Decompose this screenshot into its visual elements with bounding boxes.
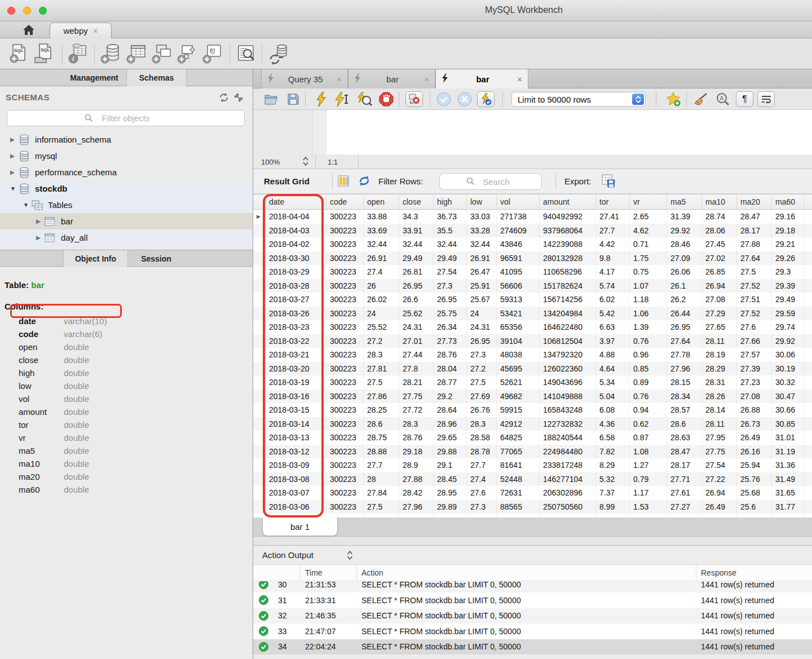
- grid-cell[interactable]: 106812504: [540, 334, 596, 348]
- grid-column-header-date[interactable]: date: [266, 194, 326, 209]
- create-table-button[interactable]: [124, 42, 148, 65]
- toggle-autocommit-button[interactable]: [477, 91, 495, 107]
- grid-cell[interactable]: 27.3: [467, 500, 497, 514]
- create-function-button[interactable]: f(): [200, 42, 224, 65]
- grid-cell[interactable]: 2018-04-03: [266, 224, 326, 238]
- row-marker-cell[interactable]: [253, 500, 266, 514]
- grid-cell[interactable]: 122732832: [540, 417, 596, 431]
- grid-cell[interactable]: 280132928: [540, 251, 596, 266]
- grid-cell[interactable]: 30.32: [772, 375, 805, 390]
- grid-cell[interactable]: 27.5: [467, 375, 497, 390]
- grid-cell[interactable]: 28.47: [667, 445, 702, 459]
- grid-cell[interactable]: 300223: [326, 251, 364, 266]
- grid-cell[interactable]: 27.08: [702, 293, 737, 307]
- grid-cell[interactable]: 27.7: [596, 224, 630, 238]
- grid-cell[interactable]: 27.45: [702, 237, 737, 251]
- time-column-header[interactable]: Time: [301, 565, 357, 581]
- grid-cell[interactable]: 29.26: [772, 251, 805, 266]
- grid-cell[interactable]: 72631: [497, 486, 540, 500]
- grid-cell[interactable]: 2018-03-21: [266, 348, 326, 362]
- grid-cell[interactable]: 27.22: [702, 472, 737, 486]
- grid-row[interactable]: 2018-03-2130022328.327.4428.7627.3480381…: [253, 348, 812, 362]
- close-icon[interactable]: ×: [424, 75, 429, 83]
- grid-cell[interactable]: 28.47: [737, 210, 772, 224]
- grid-cell[interactable]: 1.08: [630, 445, 667, 459]
- grid-row[interactable]: 2018-03-2730022326.0226.626.9525.6759313…: [253, 293, 812, 307]
- tree-item-bar[interactable]: ▶bar: [0, 213, 253, 229]
- grid-cell[interactable]: 28.74: [702, 210, 737, 224]
- grid-cell[interactable]: 2018-03-20: [266, 362, 326, 376]
- grid-cell[interactable]: 26.76: [467, 403, 497, 417]
- tab-management[interactable]: Management: [62, 69, 126, 86]
- grid-cell[interactable]: 32.44: [364, 237, 399, 251]
- grid-cell[interactable]: 300223: [326, 445, 364, 459]
- grid-cell[interactable]: 31.77: [772, 500, 805, 514]
- grid-cell[interactable]: 27.65: [702, 320, 737, 334]
- grid-cell[interactable]: 271738: [497, 210, 540, 224]
- grid-cell[interactable]: 5.42: [596, 307, 630, 321]
- grid-cell[interactable]: 31.19: [772, 445, 805, 459]
- grid-cell[interactable]: 30.06: [772, 348, 805, 362]
- grid-cell[interactable]: 300223: [326, 431, 364, 445]
- grid-cell[interactable]: 29.49: [772, 293, 805, 307]
- grid-cell[interactable]: 25.75: [434, 307, 467, 321]
- grid-cell[interactable]: 31.36: [772, 458, 805, 472]
- grid-cell[interactable]: 29.49: [399, 251, 434, 266]
- grid-cell[interactable]: 27.7: [467, 458, 497, 472]
- response-column-header[interactable]: Response: [696, 565, 812, 581]
- grid-cell[interactable]: 2018-03-05: [266, 514, 326, 518]
- grid-cell[interactable]: 300223: [326, 362, 364, 376]
- grid-cell[interactable]: 29.2: [434, 390, 467, 404]
- close-icon[interactable]: ×: [517, 75, 522, 83]
- grid-cell[interactable]: 27.2: [467, 362, 497, 376]
- grid-cell[interactable]: 96591: [497, 251, 540, 266]
- grid-cell[interactable]: 31.39: [667, 210, 702, 224]
- grid-cell[interactable]: 27.5: [364, 500, 399, 514]
- grid-cell[interactable]: 6.24: [596, 514, 630, 518]
- grid-cell[interactable]: 146277104: [540, 472, 596, 486]
- grid-cell[interactable]: 28.64: [434, 403, 467, 417]
- grid-cell[interactable]: 6.08: [596, 403, 630, 417]
- grid-cell[interactable]: 5.04: [596, 390, 630, 404]
- expand-arrow-icon[interactable]: ▶: [10, 136, 18, 143]
- reconnect-dbms-button[interactable]: [267, 42, 290, 65]
- grid-cell[interactable]: 28.11: [702, 417, 737, 431]
- grid-cell[interactable]: 300223: [326, 458, 364, 472]
- grid-cell[interactable]: 27.6: [737, 320, 772, 334]
- grid-cell[interactable]: 36.73: [434, 210, 467, 224]
- grid-cell[interactable]: 28.26: [702, 390, 737, 404]
- grid-cell[interactable]: 28.14: [702, 403, 737, 417]
- grid-cell[interactable]: 26.91: [467, 251, 497, 266]
- close-window-button[interactable]: [7, 7, 15, 15]
- grid-cell[interactable]: 25.68: [737, 486, 772, 500]
- grid-cell[interactable]: 300223: [326, 293, 364, 307]
- grid-cell[interactable]: 26.91: [364, 251, 399, 266]
- grid-cell[interactable]: 300223: [326, 265, 364, 279]
- grid-cell[interactable]: 65356: [497, 320, 540, 334]
- grid-cell[interactable]: 26.95: [434, 293, 467, 307]
- grid-cell[interactable]: 300223: [326, 514, 364, 518]
- grid-cell[interactable]: 31.01: [772, 431, 805, 445]
- grid-cell[interactable]: 149043696: [540, 375, 596, 390]
- grid-cell[interactable]: 2018-03-19: [266, 375, 326, 390]
- zoom-window-button[interactable]: [39, 7, 47, 15]
- grid-cell[interactable]: 26.49: [737, 431, 772, 445]
- tree-item-day_all[interactable]: ▶day_all: [0, 229, 253, 246]
- grid-cell[interactable]: 27.96: [667, 362, 702, 376]
- grid-cell[interactable]: 28.3: [467, 417, 497, 431]
- row-marker-cell[interactable]: [253, 320, 266, 334]
- grid-row[interactable]: 2018-03-0630022327.527.9629.8927.3885652…: [253, 500, 812, 514]
- grid-cell[interactable]: 33.69: [364, 224, 399, 238]
- grid-cell[interactable]: 45695: [497, 362, 540, 376]
- tab-session[interactable]: Session: [128, 250, 184, 267]
- grid-cell[interactable]: 300223: [326, 224, 364, 238]
- grid-cell[interactable]: 27.75: [399, 390, 434, 404]
- grid-cell[interactable]: 27.09: [667, 251, 702, 266]
- grid-cell[interactable]: 26.1: [667, 279, 702, 293]
- grid-cell[interactable]: 25.76: [737, 472, 772, 486]
- grid-cell[interactable]: 28.34: [667, 390, 702, 404]
- grid-cell[interactable]: 32.44: [434, 237, 467, 251]
- row-marker-cell[interactable]: [253, 348, 266, 362]
- grid-cell[interactable]: 27.23: [737, 375, 772, 390]
- grid-cell[interactable]: 26.02: [364, 293, 399, 307]
